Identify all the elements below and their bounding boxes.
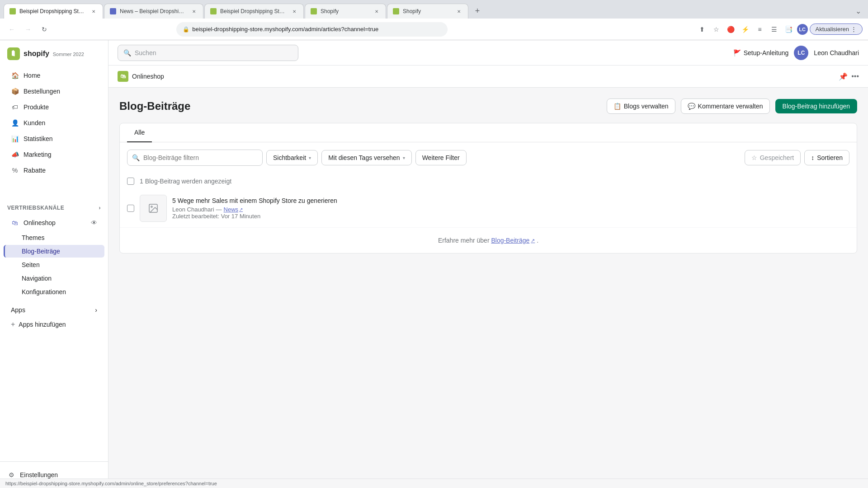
tab-list-button[interactable]: ⌄ <box>852 5 864 18</box>
apps-section-header[interactable]: Apps › <box>4 303 104 317</box>
tab-close-1[interactable]: ✕ <box>90 8 97 15</box>
search-icon: 🔍 <box>123 49 131 56</box>
extensions-icon[interactable]: ⚡ <box>739 23 752 36</box>
update-chevron-icon: ⋮ <box>851 26 857 33</box>
onlineshop-label: Onlineshop <box>24 219 56 226</box>
sidebar-toggle-icon[interactable]: ☰ <box>768 23 781 36</box>
tab-close-4[interactable]: ✕ <box>373 8 380 15</box>
search-bar[interactable]: 🔍 Suchen <box>118 45 298 61</box>
more-filters-button[interactable]: Weitere Filter <box>415 150 467 165</box>
discounts-icon: % <box>11 166 19 174</box>
header-actions: 📌 ••• <box>839 72 859 81</box>
customers-icon: 👤 <box>11 119 19 127</box>
nav-item-onlineshop[interactable]: 🛍 Onlineshop 👁 <box>4 215 104 230</box>
posts-count-text: 1 Blog-Beitrag werden angezeigt <box>140 178 231 185</box>
post-thumbnail <box>140 195 167 222</box>
share-icon[interactable]: ⬆ <box>696 23 708 36</box>
nav-item-discounts[interactable]: % Rabatte <box>4 163 104 178</box>
tab-favicon-2 <box>110 8 116 14</box>
nav-item-home[interactable]: 🏠 Home <box>4 68 104 83</box>
tab-label-3: Beispiel Dropshipping Store <box>220 8 287 14</box>
channels-section-header[interactable]: Vertriebskanäle › <box>7 203 101 213</box>
row-checkbox[interactable] <box>127 205 134 212</box>
tab-close-2[interactable]: ✕ <box>190 8 198 15</box>
season-badge: Sommer 2022 <box>53 52 84 57</box>
pin-icon[interactable]: 📌 <box>839 72 848 81</box>
settings-label: Einstellungen <box>20 471 58 479</box>
visibility-icon: 👁 <box>91 219 97 226</box>
subnav-configurations-label: Konfigurationen <box>22 288 66 296</box>
shopify-brand-name: shopify <box>24 50 49 57</box>
tab-4[interactable]: Shopify ✕ <box>305 4 386 19</box>
manage-comments-button[interactable]: 💬 Kommentare verwalten <box>681 99 770 114</box>
more-options-icon[interactable]: ••• <box>851 72 859 80</box>
post-channel-link[interactable]: News ↗ <box>224 206 243 213</box>
visibility-filter-button[interactable]: Sichtbarkeit ▾ <box>266 150 318 165</box>
nav-item-analytics[interactable]: 📊 Statistiken <box>4 131 104 146</box>
info-text-post: . <box>537 237 538 244</box>
flag-icon: 🚩 <box>733 49 741 56</box>
tags-filter-button[interactable]: Mit diesen Tags versehen ▾ <box>321 150 412 165</box>
table-row[interactable]: 5 Wege mehr Sales mit einem Shopify Stor… <box>120 189 857 228</box>
subnav-pages[interactable]: Seiten <box>4 258 104 271</box>
setup-guide-button[interactable]: 🚩 Setup-Anleitung <box>733 49 789 56</box>
filters-row: 🔍 Sichtbarkeit ▾ Mit diesen Tags versehe… <box>120 142 857 173</box>
apps-label: Apps <box>11 306 25 314</box>
menu-icon[interactable]: ≡ <box>754 23 766 36</box>
update-button[interactable]: Aktualisieren ⋮ <box>810 23 863 35</box>
orders-icon: 📦 <box>11 87 19 95</box>
shopify-icon <box>7 47 20 60</box>
select-all-checkbox[interactable] <box>127 178 134 185</box>
shopify-logo: shopify Sommer 2022 <box>7 47 84 60</box>
bookmark-icon[interactable]: ☆ <box>710 23 723 36</box>
nav-item-orders[interactable]: 📦 Bestellungen <box>4 84 104 99</box>
url-bar[interactable]: 🔒 beispiel-dropshipping-store.myshopify.… <box>176 22 448 37</box>
reload-button[interactable]: ↻ <box>38 23 51 36</box>
tab-all[interactable]: Alle <box>127 123 152 142</box>
setup-guide-label: Setup-Anleitung <box>744 49 789 56</box>
browser-extension-icon[interactable]: 🔴 <box>725 23 737 36</box>
url-text: beispiel-dropshipping-store.myshopify.co… <box>192 26 378 33</box>
tab-2[interactable]: News – Beispiel Dropshipping ... ✕ <box>104 4 203 19</box>
subnav-navigation-label: Navigation <box>22 275 52 282</box>
nav-item-marketing[interactable]: 📣 Marketing <box>4 147 104 162</box>
new-tab-button[interactable]: + <box>471 5 484 18</box>
tab-3[interactable]: Beispiel Dropshipping Store ✕ <box>204 4 304 19</box>
tab-5[interactable]: Shopify ✕ <box>387 4 468 19</box>
tab-close-5[interactable]: ✕ <box>455 8 462 15</box>
reading-list-icon[interactable]: 📑 <box>783 23 795 36</box>
back-button[interactable]: ← <box>5 23 18 36</box>
sort-button[interactable]: ↕ Sortieren <box>804 150 849 165</box>
tab-favicon-4 <box>311 8 317 14</box>
tab-close-3[interactable]: ✕ <box>291 8 298 15</box>
subnav-navigation[interactable]: Navigation <box>4 272 104 285</box>
tab-bar: Beispiel Dropshipping Store · ... ✕ News… <box>0 0 868 19</box>
sidebar: shopify Sommer 2022 🏠 Home 📦 Bestellunge… <box>0 40 108 488</box>
blog-posts-card: Alle 🔍 Sichtbarkeit ▾ <box>119 123 857 253</box>
manage-blogs-button[interactable]: 📋 Blogs verwalten <box>607 99 675 114</box>
nav-item-products[interactable]: 🏷 Produkte <box>4 99 104 115</box>
add-blog-post-button[interactable]: Blog-Beitrag hinzufügen <box>775 99 857 113</box>
subnav-blog-posts[interactable]: Blog-Beiträge <box>4 245 104 258</box>
subnav-themes[interactable]: Themes <box>4 231 104 244</box>
settings-icon: ⚙ <box>7 471 15 479</box>
browser-profile-avatar[interactable]: LC <box>797 24 808 35</box>
info-external-link-icon: ↗ <box>531 238 535 244</box>
subnav-configurations[interactable]: Konfigurationen <box>4 286 104 298</box>
filter-search-input[interactable] <box>143 154 258 161</box>
channels-label: Vertriebskanäle <box>7 205 64 211</box>
user-avatar[interactable]: LC <box>794 46 808 60</box>
apps-add-plus-icon: + <box>11 320 15 328</box>
tab-1[interactable]: Beispiel Dropshipping Store · ... ✕ <box>4 4 103 19</box>
content-header: Blog-Beiträge 📋 Blogs verwalten 💬 Kommen… <box>119 99 857 114</box>
saved-button[interactable]: ☆ Gespeichert <box>745 150 801 165</box>
address-bar: ← → ↻ 🔒 beispiel-dropshipping-store.mysh… <box>0 19 868 40</box>
nav-item-customers[interactable]: 👤 Kunden <box>4 115 104 131</box>
apps-add-button[interactable]: + Apps hinzufügen <box>4 318 104 331</box>
channels-section: Vertriebskanäle › <box>0 197 108 215</box>
home-icon: 🏠 <box>11 71 19 80</box>
status-bar: https://beispiel-dropshipping-store.mysh… <box>0 479 868 488</box>
forward-button[interactable]: → <box>22 23 34 36</box>
filter-search-bar[interactable]: 🔍 <box>127 150 263 166</box>
blog-posts-info-link[interactable]: Blog-Beiträge ↗ <box>491 237 535 244</box>
